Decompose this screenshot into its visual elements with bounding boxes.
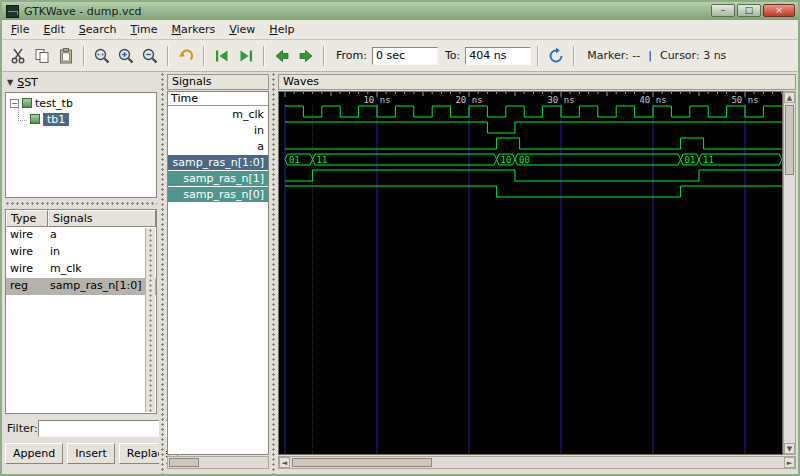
menu-help[interactable]: Help xyxy=(262,21,301,38)
signal-list-item[interactable]: a xyxy=(168,139,268,154)
filter-row: Filter: xyxy=(5,419,157,437)
gtkwave-window: GTKWave - dump.vcd – □ × FileEditSearchT… xyxy=(0,0,800,476)
signal-name: samp_ras_n[1:0] xyxy=(48,278,156,295)
toolbar-separator xyxy=(167,46,169,66)
pane-resize-handle[interactable] xyxy=(270,72,277,474)
expander-triangle-icon[interactable]: ▼ xyxy=(7,78,13,87)
signal-type: wire xyxy=(6,244,48,261)
append-button[interactable]: Append xyxy=(5,443,63,464)
wave-canvas[interactable]: 10 ns20 ns30 ns40 ns50 ns011110000111 xyxy=(278,91,783,455)
cut-button[interactable] xyxy=(7,45,29,67)
scroll-right-icon[interactable]: ► xyxy=(784,457,795,468)
shift-left-icon xyxy=(273,47,291,65)
tree-node-child[interactable]: tb1 xyxy=(6,111,156,127)
bus-value-label: 01 xyxy=(685,155,696,165)
menubar: FileEditSearchTimeMarkersViewHelp xyxy=(2,20,798,40)
scroll-down-icon[interactable]: ▼ xyxy=(784,443,795,454)
bit-waveform xyxy=(285,170,782,181)
signal-list-item[interactable]: m_clk xyxy=(168,107,268,122)
shift-right-button[interactable] xyxy=(295,45,317,67)
toolbar-separator xyxy=(573,46,575,66)
signals-panel-header: Signals xyxy=(167,74,269,90)
copy-button[interactable] xyxy=(31,45,53,67)
zoom-undo-button[interactable] xyxy=(175,45,197,67)
waves-hscrollbar[interactable]: ◄ ► xyxy=(278,456,796,469)
sst-buttons: AppendInsertReplace xyxy=(5,443,157,464)
menu-edit[interactable]: Edit xyxy=(36,21,71,38)
signal-name: m_clk xyxy=(48,261,156,278)
tree-child-label[interactable]: tb1 xyxy=(43,113,69,126)
bit-waveform xyxy=(285,106,782,117)
time-header: Time xyxy=(168,92,268,106)
menu-time[interactable]: Time xyxy=(124,21,165,38)
zoom-in-button[interactable] xyxy=(115,45,137,67)
menu-file[interactable]: File xyxy=(4,21,36,38)
maximize-button[interactable]: □ xyxy=(737,4,761,17)
filter-label: Filter: xyxy=(5,422,38,435)
app-icon xyxy=(6,5,19,18)
signals-hscrollbar[interactable] xyxy=(167,456,269,469)
tree-node-root[interactable]: − test_tb xyxy=(6,95,156,111)
zoom-out-button[interactable] xyxy=(139,45,161,67)
scrollbar-thumb[interactable] xyxy=(169,458,199,467)
sst-header[interactable]: ▼ SST xyxy=(5,74,156,90)
close-button[interactable]: × xyxy=(763,4,795,17)
signal-list-item[interactable]: samp_ras_n[0] xyxy=(168,187,268,202)
bus-value-label: 01 xyxy=(289,155,300,165)
timeline-label: 30 ns xyxy=(547,95,574,105)
fetch-left-icon xyxy=(213,47,231,65)
titlebar[interactable]: GTKWave - dump.vcd – □ × xyxy=(2,2,798,20)
paste-button[interactable] xyxy=(55,45,77,67)
scroll-left-icon[interactable]: ◄ xyxy=(279,457,290,468)
minimize-button[interactable]: – xyxy=(711,4,735,17)
shift-left-button[interactable] xyxy=(271,45,293,67)
pane-resize-handle[interactable] xyxy=(5,200,157,207)
scrollbar-thumb[interactable] xyxy=(785,105,794,175)
insert-button[interactable]: Insert xyxy=(67,443,115,464)
zoom-undo-icon xyxy=(177,47,195,65)
tree-root-label[interactable]: test_tb xyxy=(35,97,73,110)
signal-table-row[interactable]: wirea xyxy=(6,227,156,244)
menu-view[interactable]: View xyxy=(222,21,262,38)
bus-segment xyxy=(515,154,681,165)
timeline-label: 40 ns xyxy=(639,95,666,105)
menu-search[interactable]: Search xyxy=(72,21,124,38)
signal-table-scrollbar[interactable] xyxy=(145,228,155,412)
scrollbar-thumb[interactable] xyxy=(292,458,432,467)
from-label: From: xyxy=(336,49,367,62)
signal-list-item[interactable]: samp_ras_n[1:0] xyxy=(168,155,268,170)
bus-value-label: 10 xyxy=(501,155,512,165)
toolbar-separator xyxy=(323,46,325,66)
timeline-label: 50 ns xyxy=(731,95,758,105)
bus-value-label: 11 xyxy=(317,155,328,165)
signal-table-row[interactable]: wirem_clk xyxy=(6,261,156,278)
signal-type: wire xyxy=(6,227,48,244)
waves-vscrollbar[interactable]: ▲ ▼ xyxy=(783,91,796,455)
signal-list-item[interactable]: in xyxy=(168,123,268,138)
shift-right-icon xyxy=(297,47,315,65)
menu-markers[interactable]: Markers xyxy=(164,21,222,38)
signal-table: Type Signals wireawireinwirem_clkregsamp… xyxy=(5,209,157,414)
fetch-right-button[interactable] xyxy=(235,45,257,67)
signal-table-row[interactable]: wirein xyxy=(6,244,156,261)
zoom-fit-button[interactable] xyxy=(91,45,113,67)
from-input[interactable] xyxy=(372,47,438,65)
sst-tree: − test_tb tb1 xyxy=(5,92,157,198)
column-header-signals[interactable]: Signals xyxy=(48,210,156,227)
signal-table-body: wireawireinwirem_clkregsamp_ras_n[1:0] xyxy=(6,227,156,295)
to-input[interactable] xyxy=(465,47,531,65)
signal-list-item[interactable]: samp_ras_n[1] xyxy=(168,171,268,186)
paste-icon xyxy=(57,47,75,65)
signal-table-header: Type Signals xyxy=(6,210,156,227)
fetch-left-button[interactable] xyxy=(211,45,233,67)
reload-button[interactable] xyxy=(545,45,567,67)
toolbar-separator xyxy=(83,46,85,66)
signal-table-row[interactable]: regsamp_ras_n[1:0] xyxy=(6,278,156,295)
pane-resize-handle[interactable] xyxy=(159,72,166,474)
column-header-type[interactable]: Type xyxy=(6,210,48,227)
cut-icon xyxy=(9,47,27,65)
signals-list: Time m_clkinasamp_ras_n[1:0]samp_ras_n[1… xyxy=(167,91,269,455)
to-label: To: xyxy=(445,49,460,62)
scroll-up-icon[interactable]: ▲ xyxy=(784,92,795,103)
waveform-display[interactable]: 10 ns20 ns30 ns40 ns50 ns011110000111 xyxy=(279,92,782,454)
